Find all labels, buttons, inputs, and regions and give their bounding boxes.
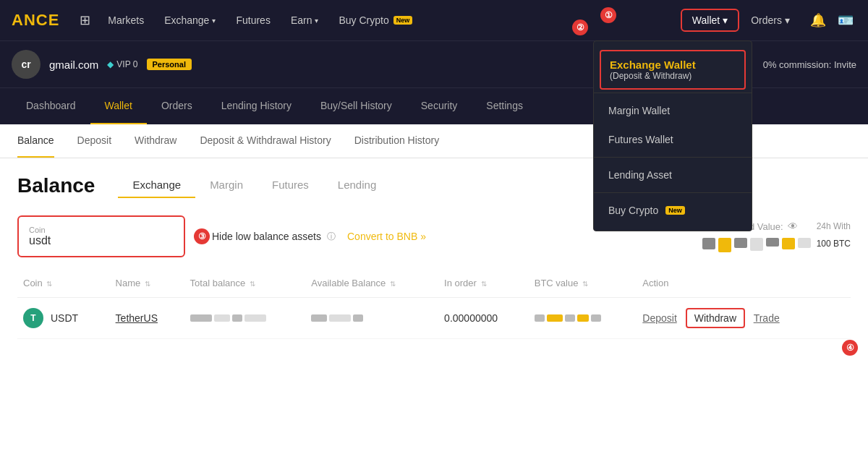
estimated-charts [702, 238, 811, 252]
tab-deposit[interactable]: Deposit [77, 124, 111, 158]
exchange-wallet-label: Exchange Wallet [610, 59, 696, 71]
chevron-down-icon: ▾ [212, 17, 216, 25]
subtab-lending[interactable]: Lending [323, 173, 391, 198]
coin-search-label: Coin [29, 226, 174, 234]
avatar: cr [12, 50, 41, 79]
withdraw-24h-label: 24h With [817, 221, 851, 231]
td-btc-value [529, 298, 637, 339]
bell-icon[interactable]: 🔔 [807, 9, 829, 31]
personal-badge: Personal [147, 59, 192, 70]
subtab-margin[interactable]: Margin [195, 173, 258, 198]
deposit-link[interactable]: Deposit [642, 312, 676, 324]
th-coin: Coin ⇅ [17, 269, 110, 298]
td-in-order: 0.00000000 [438, 298, 529, 339]
subnav-dashboard[interactable]: Dashboard [12, 88, 90, 124]
balance-table: Coin ⇅ Name ⇅ Total balance ⇅ Available … [17, 269, 851, 339]
nav-buy-crypto[interactable]: Buy Crypto New [330, 10, 421, 30]
subnav-lending-history[interactable]: Lending History [207, 88, 306, 124]
nav-markets[interactable]: Markets [99, 10, 153, 30]
chart-bar-1 [702, 238, 715, 249]
hide-low-balance-label[interactable]: Hide low balance assets ⓘ [197, 231, 336, 243]
user-email: gmail.com [49, 59, 98, 71]
new-badge: New [393, 16, 413, 25]
logo: ANCE [12, 11, 59, 30]
td-coin: T USDT [17, 298, 110, 339]
subnav-wallet[interactable]: Wallet [90, 88, 147, 124]
nav-futures[interactable]: Futures [227, 10, 278, 30]
td-total-balance [184, 298, 306, 339]
chart-bar-6 [782, 238, 795, 249]
step-badge-4: ④ [842, 340, 858, 356]
coin-icon: T [23, 308, 43, 328]
sort-icon: ⇅ [481, 280, 487, 288]
eye-icon[interactable]: 👁 [788, 220, 798, 232]
new-badge: New [665, 206, 685, 215]
step-badge-1: ① [600, 7, 616, 23]
sort-icon: ⇅ [250, 280, 255, 288]
nav-exchange[interactable]: Exchange ▾ [156, 10, 224, 30]
td-available-balance [305, 298, 438, 339]
exchange-wallet-sublabel: (Deposit & Withdraw) [610, 71, 696, 81]
coin-search-box[interactable]: Coin ③ [17, 215, 185, 257]
th-name: Name ⇅ [110, 269, 184, 298]
top-nav: ANCE ⊞ Markets Exchange ▾ Futures Earn ▾… [0, 0, 868, 40]
chart-bar-3 [734, 238, 747, 248]
subnav-security[interactable]: Security [407, 88, 472, 124]
chevron-down-icon: ▾ [785, 14, 790, 26]
convert-bnb-link[interactable]: Convert to BNB » [347, 231, 426, 242]
subtab-futures[interactable]: Futures [258, 173, 323, 198]
subnav-settings[interactable]: Settings [472, 88, 537, 124]
subnav-orders[interactable]: Orders [147, 88, 207, 124]
promo-text: 0% commission: Invite [763, 59, 856, 70]
grid-icon[interactable]: ⊞ [74, 9, 96, 31]
th-available-balance: Available Balance ⇅ [305, 269, 438, 298]
trade-link[interactable]: Trade [754, 312, 780, 324]
th-btc-value: BTC value ⇅ [529, 269, 637, 298]
withdraw-link[interactable]: Withdraw [686, 308, 745, 328]
subnav-buy-sell-history[interactable]: Buy/Sell History [306, 88, 407, 124]
dropdown-futures-wallet[interactable]: Futures Wallet [594, 125, 752, 154]
tab-deposit-withdrawal-history[interactable]: Deposit & Withdrawal History [200, 124, 331, 158]
sort-icon: ⇅ [145, 280, 150, 288]
td-action: Deposit Withdraw Trade ④ [637, 298, 851, 339]
table-header-row: Coin ⇅ Name ⇅ Total balance ⇅ Available … [17, 269, 851, 298]
th-total-balance: Total balance ⇅ [184, 269, 306, 298]
tab-distribution-history[interactable]: Distribution History [354, 124, 439, 158]
wallet-dropdown: ② Exchange Wallet (Deposit & Withdraw) M… [593, 40, 752, 231]
masked-total-balance [190, 314, 266, 322]
coin-symbol: USDT [51, 312, 78, 324]
chart-bar-4 [750, 238, 763, 251]
subtab-exchange[interactable]: Exchange [118, 173, 195, 198]
chart-bar-7 [798, 238, 811, 248]
step-badge-3: ③ [194, 228, 210, 244]
wallet-button[interactable]: Wallet ▾ [681, 9, 739, 32]
info-icon: ⓘ [327, 231, 336, 243]
tab-balance[interactable]: Balance [17, 124, 54, 158]
td-name: TetherUS [110, 298, 184, 339]
sort-icon: ⇅ [46, 280, 52, 288]
masked-available-balance [311, 314, 363, 322]
vip-badge: ◆ VIP 0 [107, 59, 137, 69]
coin-search-input[interactable] [29, 234, 174, 247]
dropdown-buy-crypto[interactable]: Buy Crypto New [594, 196, 752, 225]
chart-bar-2 [718, 238, 731, 252]
nav-earn[interactable]: Earn ▾ [282, 10, 328, 30]
dropdown-exchange-wallet[interactable]: Exchange Wallet (Deposit & Withdraw) [600, 50, 746, 90]
dropdown-margin-wallet[interactable]: Margin Wallet [594, 96, 752, 125]
top-nav-right: 🔔 🪪 [807, 9, 856, 31]
balance-subtabs: Exchange Margin Futures Lending [118, 173, 391, 198]
coin-fullname-link[interactable]: TetherUS [116, 312, 158, 324]
tab-withdraw[interactable]: Withdraw [135, 124, 176, 158]
step-badge-2: ② [572, 20, 588, 35]
th-in-order: In order ⇅ [438, 269, 529, 298]
balance-title: Balance [17, 174, 95, 197]
chart-bar-5 [766, 238, 779, 247]
id-icon[interactable]: 🪪 [835, 9, 856, 31]
masked-btc-value [535, 314, 601, 322]
orders-button[interactable]: Orders ▾ [742, 10, 799, 30]
diamond-icon: ◆ [107, 59, 114, 69]
coin-cell: T USDT [23, 308, 104, 328]
chevron-down-icon: ▾ [315, 17, 318, 25]
dropdown-lending-asset[interactable]: Lending Asset [594, 160, 752, 189]
table-row: T USDT TetherUS [17, 298, 851, 339]
